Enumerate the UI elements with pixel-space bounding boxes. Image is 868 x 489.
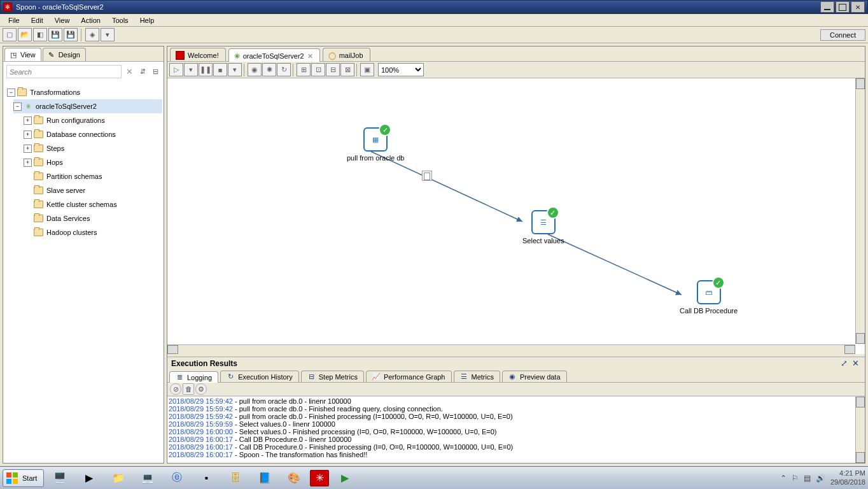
tray-flag-icon[interactable]: ⚐ — [792, 474, 799, 483]
taskbar-notepad-icon[interactable]: 📘 — [251, 469, 278, 488]
taskbar-paint-icon[interactable]: 🎨 — [281, 469, 307, 488]
search-input[interactable] — [6, 65, 122, 78]
canvas-horizontal-scrollbar[interactable] — [167, 344, 855, 354]
tree-transformation[interactable]: − ✳ oracleToSqlServer2 — [13, 99, 162, 113]
results-tab-performance[interactable]: 📈 Performance Graph — [366, 371, 452, 382]
menu-view[interactable]: View — [49, 15, 76, 26]
tray-clock[interactable]: 4:21 PM 29/08/2018 — [830, 469, 865, 486]
replay-button[interactable]: ↻ — [277, 63, 291, 76]
start-button[interactable]: Start — [3, 469, 44, 487]
preview-button[interactable]: ◉ — [248, 63, 262, 76]
results-tab-step-metrics[interactable]: ⊟ Step Metrics — [301, 371, 364, 382]
results-tab-history[interactable]: ↻ Execution History — [220, 371, 299, 382]
results-tab-logging[interactable]: ≣ Logging — [169, 371, 218, 383]
toggle-icon[interactable]: − — [7, 89, 15, 97]
new-file-button[interactable]: ▢ — [3, 28, 17, 41]
tray-network-icon[interactable]: ▤ — [804, 474, 811, 483]
toggle-icon[interactable]: + — [24, 145, 32, 153]
canvas-toolbar: ▷ ▾ ❚❚ ■ ▾ ◉ ✺ ↻ ⊞ ⊡ ⊟ ⊠ ▣ 100% — [167, 62, 865, 78]
taskbar-ie-icon[interactable]: ⓔ — [164, 469, 190, 488]
toggle-icon[interactable]: + — [24, 117, 32, 125]
clear-log-button[interactable]: ⊘ — [170, 383, 181, 395]
collapse-all-icon[interactable]: ⊟ — [150, 67, 160, 77]
tree-node-slave[interactable]: Slave server — [24, 183, 162, 197]
toggle-icon[interactable]: + — [24, 131, 32, 139]
close-results-button[interactable]: ✕ — [850, 358, 861, 368]
toggle-icon[interactable]: + — [24, 159, 32, 167]
tab-close-button[interactable]: ✕ — [307, 52, 313, 60]
run-button[interactable]: ▷ — [169, 63, 183, 76]
sidebar-tab-design[interactable]: ✎ Design — [43, 48, 86, 61]
tree-node-run-config[interactable]: + Run configurations — [24, 113, 162, 127]
open-file-button[interactable]: 📂 — [18, 28, 32, 41]
results-tab-metrics[interactable]: ☰ Metrics — [454, 371, 500, 382]
maximize-results-button[interactable]: ⤢ — [838, 358, 850, 368]
toggle-icon[interactable]: − — [13, 103, 22, 111]
menu-help[interactable]: Help — [134, 15, 160, 26]
explore-db-button[interactable]: ⊠ — [340, 63, 354, 76]
taskbar-spoon-icon[interactable]: ✳ — [310, 470, 329, 486]
menu-tools[interactable]: Tools — [106, 15, 134, 26]
tree-node-hops[interactable]: + Hops — [24, 155, 162, 169]
tree-node-steps[interactable]: + Steps — [24, 141, 162, 155]
log-output[interactable]: 2018/08/29 15:59:42 - pull from oracle d… — [167, 396, 865, 463]
log-settings-button[interactable]: ⚙ — [195, 383, 207, 395]
menu-action[interactable]: Action — [75, 15, 106, 26]
zoom-select[interactable]: 100% — [378, 63, 424, 76]
taskbar-server-manager-icon[interactable]: 🖥️ — [46, 469, 73, 488]
sidebar-tab-view[interactable]: ◳ View — [4, 48, 41, 61]
log-timestamp: 2018/08/29 16:00:17 — [169, 443, 233, 451]
tab-job[interactable]: ◯ mailJob — [323, 48, 370, 61]
log-delete-button[interactable]: 🗑 — [183, 383, 194, 395]
log-vertical-scrollbar[interactable] — [855, 397, 865, 463]
taskbar-powershell-icon[interactable]: ▶ — [76, 469, 102, 488]
perspective-button[interactable]: ◈ — [85, 28, 99, 41]
pause-button[interactable]: ❚❚ — [199, 63, 213, 76]
tree-root[interactable]: − Transformations — [4, 85, 162, 99]
canvas[interactable]: ▦ pull from oracle db ☰ Select values 🗃 … — [167, 78, 865, 354]
hop-copy-icon[interactable] — [422, 171, 432, 181]
step-pull-from-oracle[interactable]: ▦ pull from oracle db — [347, 127, 405, 162]
perspective-dropdown[interactable]: ▾ — [101, 28, 115, 41]
explore-repo-button[interactable]: ◧ — [33, 28, 47, 41]
save-as-button[interactable]: 💾 — [64, 28, 78, 41]
tree-node-hadoop[interactable]: Hadoop clusters — [24, 225, 162, 239]
sidebar: ◳ View ✎ Design ✕ ⇵ ⊟ − Transformations … — [3, 46, 164, 464]
taskbar-launcher-icon[interactable]: ▶ — [332, 469, 358, 488]
menu-file[interactable]: File — [3, 15, 25, 26]
tray-expand-icon[interactable]: ⌃ — [780, 474, 787, 483]
run-options-button[interactable]: ▾ — [184, 63, 198, 76]
step-box: 🗃 — [697, 280, 721, 304]
tab-welcome[interactable]: Welcome! — [170, 48, 226, 61]
tray-volume-icon[interactable]: 🔊 — [816, 474, 825, 483]
stop-button[interactable]: ■ — [213, 63, 227, 76]
step-call-db-procedure[interactable]: 🗃 Call DB Procedure — [680, 280, 738, 315]
clear-search-button[interactable]: ✕ — [124, 67, 135, 76]
tree-node-data-services[interactable]: Data Services — [24, 211, 162, 225]
verify-button[interactable]: ⊞ — [297, 63, 311, 76]
tree-node-partition[interactable]: Partition schemas — [24, 169, 162, 183]
tree-node-cluster[interactable]: Kettle cluster schemas — [24, 197, 162, 211]
tree-node-db-conn[interactable]: + Database connections — [24, 127, 162, 141]
results-tabs: ≣ Logging ↻ Execution History ⊟ Step Met… — [167, 369, 865, 383]
stop-options-button[interactable]: ▾ — [228, 63, 242, 76]
debug-button[interactable]: ✺ — [262, 63, 276, 76]
close-button[interactable] — [851, 1, 865, 13]
connect-button[interactable]: Connect — [820, 29, 865, 41]
menu-edit[interactable]: Edit — [25, 15, 49, 26]
taskbar-cmd-icon[interactable]: ▪ — [193, 469, 220, 488]
sql-button[interactable]: ⊟ — [326, 63, 340, 76]
maximize-button[interactable] — [836, 1, 850, 13]
save-button[interactable]: 💾 — [48, 28, 62, 41]
tab-transformation[interactable]: ✳ oracleToSqlServer2 ✕ — [228, 48, 320, 62]
impact-button[interactable]: ⊡ — [311, 63, 325, 76]
minimize-button[interactable] — [820, 1, 834, 13]
canvas-vertical-scrollbar[interactable] — [855, 78, 865, 344]
taskbar-sql-icon[interactable]: 🗄 — [222, 469, 249, 488]
taskbar-remote-desktop-icon[interactable]: 💻 — [134, 469, 161, 488]
results-tab-preview[interactable]: ◉ Preview data — [502, 371, 567, 382]
taskbar-explorer-icon[interactable]: 📁 — [105, 469, 132, 488]
show-results-button[interactable]: ▣ — [360, 63, 374, 76]
step-select-values[interactable]: ☰ Select values — [522, 210, 564, 244]
expand-all-icon[interactable]: ⇵ — [137, 67, 148, 77]
